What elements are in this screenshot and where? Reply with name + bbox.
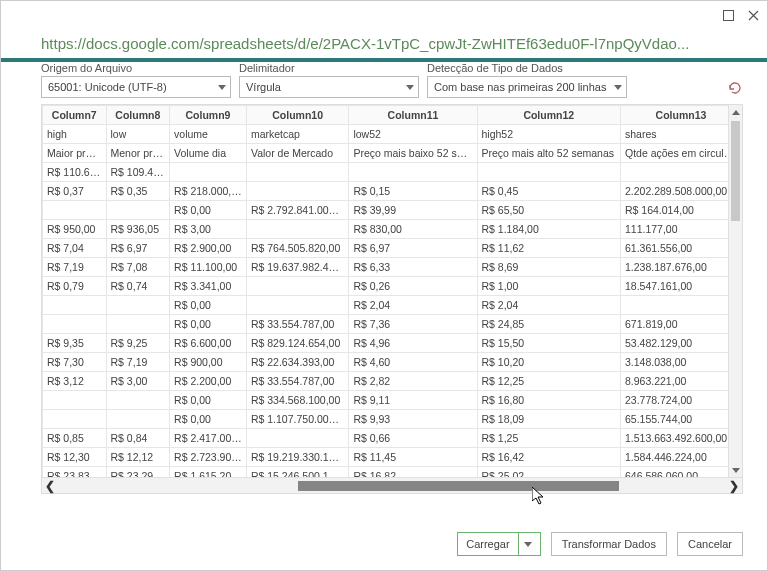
table-cell: high52 <box>477 125 620 144</box>
scroll-down-icon[interactable] <box>729 463 742 477</box>
scroll-right-icon[interactable]: ❯ <box>726 479 742 493</box>
vertical-scrollbar[interactable] <box>728 105 742 477</box>
table-cell: R$ 3,00 <box>106 372 170 391</box>
chevron-down-icon <box>614 85 622 90</box>
refresh-icon[interactable] <box>727 80 743 98</box>
column-header[interactable]: Column11 <box>349 106 477 125</box>
load-label: Carregar <box>466 538 509 550</box>
table-cell: R$ 16,82 <box>349 467 477 478</box>
table-cell: R$ 4,60 <box>349 353 477 372</box>
table-cell: R$ 0,85 <box>43 429 107 448</box>
table-cell: R$ 950,00 <box>43 220 107 239</box>
table-cell: R$ 0,66 <box>349 429 477 448</box>
table-cell <box>246 163 348 182</box>
table-cell: R$ 2,04 <box>477 296 620 315</box>
transform-button[interactable]: Transformar Dados <box>551 532 667 556</box>
origin-select[interactable]: 65001: Unicode (UTF-8) <box>41 76 231 98</box>
cancel-button[interactable]: Cancelar <box>677 532 743 556</box>
table-cell: R$ 2.417.000,00 <box>170 429 247 448</box>
table-cell: R$ 2,82 <box>349 372 477 391</box>
table-cell: R$ 2.900,00 <box>170 239 247 258</box>
load-dropdown-icon[interactable] <box>518 533 532 555</box>
table-cell: R$ 19.219.330.161,00 <box>246 448 348 467</box>
delimiter-value: Vírgula <box>246 81 281 93</box>
table-cell: Qtde ações em circulação <box>621 144 742 163</box>
table-cell: R$ 0,35 <box>106 182 170 201</box>
table-cell: R$ 1,25 <box>477 429 620 448</box>
column-header[interactable]: Column10 <box>246 106 348 125</box>
table-row: R$ 0,37R$ 0,35R$ 218.000,00R$ 0,15R$ 0,4… <box>43 182 742 201</box>
table-cell <box>43 315 107 334</box>
scroll-thumb-horizontal[interactable] <box>298 481 619 491</box>
table-cell <box>246 277 348 296</box>
column-header[interactable]: Column7 <box>43 106 107 125</box>
table-cell: R$ 0,84 <box>106 429 170 448</box>
table-cell: R$ 1,00 <box>477 277 620 296</box>
table-cell: marketcap <box>246 125 348 144</box>
table-cell: R$ 25,02 <box>477 467 620 478</box>
table-cell: R$ 0,00 <box>170 391 247 410</box>
horizontal-scrollbar[interactable]: ❮ ❯ <box>42 477 742 493</box>
table-cell: R$ 0,74 <box>106 277 170 296</box>
table-cell: 646.586.060,00 <box>621 467 742 478</box>
table-cell: R$ 0,37 <box>43 182 107 201</box>
origin-label: Origem do Arquivo <box>41 62 231 74</box>
close-icon[interactable] <box>748 10 759 21</box>
table-cell: R$ 11,62 <box>477 239 620 258</box>
table-cell: R$ 24,85 <box>477 315 620 334</box>
transform-label: Transformar Dados <box>562 538 656 550</box>
table-cell: Menor preço <box>106 144 170 163</box>
table-cell: Valor de Mercado <box>246 144 348 163</box>
table-cell: 1.513.663.492.600,00 <box>621 429 742 448</box>
table-cell: R$ 7,08 <box>106 258 170 277</box>
table-row: R$ 3,12R$ 3,00R$ 2.200,00R$ 33.554.787,0… <box>43 372 742 391</box>
scroll-thumb-vertical[interactable] <box>731 121 740 221</box>
scroll-up-icon[interactable] <box>729 105 742 119</box>
column-header[interactable]: Column8 <box>106 106 170 125</box>
table-cell: R$ 12,30 <box>43 448 107 467</box>
table-cell: R$ 6,97 <box>349 239 477 258</box>
table-row: Maior preçoMenor preçoVolume diaValor de… <box>43 144 742 163</box>
table-cell: low <box>106 125 170 144</box>
table-row: R$ 7,19R$ 7,08R$ 11.100,00R$ 19.637.982.… <box>43 258 742 277</box>
delimiter-select[interactable]: Vírgula <box>239 76 419 98</box>
table-cell: 61.361.556,00 <box>621 239 742 258</box>
table-cell: R$ 19.637.982.446,00 <box>246 258 348 277</box>
table-row: R$ 0,00R$ 33.554.787,00R$ 7,36R$ 24,8567… <box>43 315 742 334</box>
table-cell: 111.177,00 <box>621 220 742 239</box>
table-cell: R$ 218.000,00 <box>170 182 247 201</box>
table-cell: Preço mais baixo 52 semanas <box>349 144 477 163</box>
scroll-left-icon[interactable]: ❮ <box>42 479 58 493</box>
table-cell: R$ 7,30 <box>43 353 107 372</box>
column-header[interactable]: Column9 <box>170 106 247 125</box>
delimiter-label: Delimitador <box>239 62 419 74</box>
detection-label: Detecção de Tipo de Dados <box>427 62 627 74</box>
column-header[interactable]: Column13 <box>621 106 742 125</box>
table-cell: R$ 9,25 <box>106 334 170 353</box>
column-header[interactable]: Column12 <box>477 106 620 125</box>
table-cell: R$ 2.723.900,00 <box>170 448 247 467</box>
table-cell: R$ 164.014,00 <box>621 201 742 220</box>
table-cell: R$ 0,00 <box>170 201 247 220</box>
table-row: R$ 0,00R$ 2,04R$ 2,04 <box>43 296 742 315</box>
maximize-icon[interactable] <box>723 10 734 21</box>
table-cell: R$ 16,80 <box>477 391 620 410</box>
table-cell: 1.238.187.676,00 <box>621 258 742 277</box>
table-cell <box>349 163 477 182</box>
table-cell <box>43 296 107 315</box>
table-cell: R$ 7,19 <box>43 258 107 277</box>
table-cell <box>43 391 107 410</box>
titlebar <box>1 1 767 29</box>
table-cell: R$ 3,12 <box>43 372 107 391</box>
table-cell: R$ 7,04 <box>43 239 107 258</box>
table-cell: R$ 829.124.654,00 <box>246 334 348 353</box>
table-cell: R$ 12,25 <box>477 372 620 391</box>
table-cell: R$ 7,36 <box>349 315 477 334</box>
table-cell: shares <box>621 125 742 144</box>
options-row: Origem do Arquivo 65001: Unicode (UTF-8)… <box>1 62 767 104</box>
table-cell: volume <box>170 125 247 144</box>
table-cell: R$ 4,96 <box>349 334 477 353</box>
load-button[interactable]: Carregar <box>457 532 540 556</box>
detection-select[interactable]: Com base nas primeiras 200 linhas <box>427 76 627 98</box>
table-cell: R$ 23,83 <box>43 467 107 478</box>
